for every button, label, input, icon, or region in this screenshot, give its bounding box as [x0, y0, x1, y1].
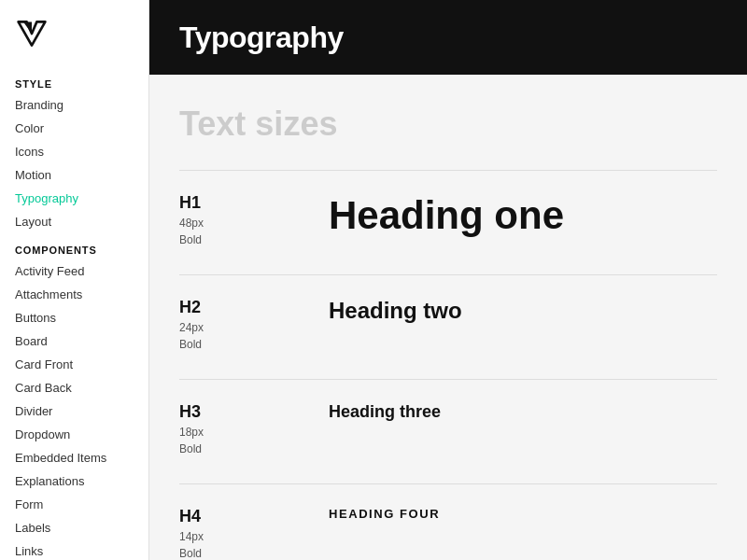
divider-h2	[179, 274, 717, 275]
type-preview-h3: Heading three	[329, 402, 717, 422]
sidebar-item-card-back[interactable]: Card Back	[0, 376, 148, 399]
type-weight-h4: Bold	[179, 545, 329, 560]
type-row-h1: H1 48px Bold Heading one	[179, 193, 717, 248]
type-size-h3: 18px	[179, 424, 329, 441]
divider-h4	[179, 483, 717, 484]
type-meta-h4: H4 14px Bold 2px letter spacing	[179, 507, 329, 560]
sidebar: STYLE Branding Color Icons Motion Typogr…	[0, 0, 149, 560]
type-preview-h2: Heading two	[329, 298, 717, 324]
logo-icon	[15, 17, 49, 50]
sidebar-item-attachments[interactable]: Attachments	[0, 283, 148, 306]
divider-h3	[179, 379, 717, 380]
type-row-h3: H3 18px Bold Heading three	[179, 402, 717, 457]
type-size-h1: 48px	[179, 215, 329, 231]
sidebar-item-branding[interactable]: Branding	[0, 93, 148, 117]
type-label-h4: H4	[179, 507, 329, 526]
style-section-label: STYLE	[0, 67, 148, 93]
page-header: Typography	[149, 0, 747, 75]
sidebar-item-form[interactable]: Form	[0, 493, 148, 516]
type-meta-h3: H3 18px Bold	[179, 402, 329, 457]
type-weight-h2: Bold	[179, 336, 329, 353]
sidebar-item-layout[interactable]: Layout	[0, 210, 148, 233]
type-size-h4: 14px	[179, 528, 329, 545]
type-meta-h2: H2 24px Bold	[179, 298, 329, 353]
sidebar-item-typography[interactable]: Typography	[0, 187, 148, 210]
sidebar-item-buttons[interactable]: Buttons	[0, 306, 148, 329]
h2-preview-text: Heading two	[329, 298, 462, 324]
section-title: Text sizes	[179, 105, 717, 144]
logo	[0, 0, 148, 67]
h1-preview-text: Heading one	[329, 193, 564, 238]
type-weight-h1: Bold	[179, 231, 329, 248]
sidebar-item-links[interactable]: Links	[0, 539, 148, 560]
sidebar-item-divider[interactable]: Divider	[0, 399, 148, 423]
type-meta-h1: H1 48px Bold	[179, 193, 329, 248]
h3-preview-text: Heading three	[329, 402, 441, 422]
type-row-h2: H2 24px Bold Heading two	[179, 298, 717, 353]
components-section-label: COMPONENTS	[0, 233, 148, 259]
type-row-h4: H4 14px Bold 2px letter spacing HEADING …	[179, 507, 717, 560]
sidebar-item-explanations[interactable]: Explanations	[0, 469, 148, 493]
sidebar-item-dropdown[interactable]: Dropdown	[0, 423, 148, 446]
sidebar-item-color[interactable]: Color	[0, 117, 148, 140]
sidebar-item-board[interactable]: Board	[0, 329, 148, 353]
type-preview-h4: HEADING FOUR	[329, 507, 717, 521]
sidebar-item-activity-feed[interactable]: Activity Feed	[0, 259, 148, 283]
sidebar-item-card-front[interactable]: Card Front	[0, 353, 148, 376]
type-label-h2: H2	[179, 298, 329, 317]
divider-h1	[179, 170, 717, 171]
sidebar-item-motion[interactable]: Motion	[0, 163, 148, 187]
type-weight-h3: Bold	[179, 441, 329, 457]
sidebar-item-icons[interactable]: Icons	[0, 140, 148, 163]
type-preview-h1: Heading one	[329, 193, 717, 238]
type-label-h3: H3	[179, 402, 329, 422]
main-content: Text sizes H1 48px Bold Heading one H2 2…	[149, 75, 747, 560]
type-size-h2: 24px	[179, 319, 329, 336]
h4-preview-text: HEADING FOUR	[329, 507, 440, 521]
page-title: Typography	[179, 21, 344, 55]
main-panel: Typography Text sizes H1 48px Bold Headi…	[149, 0, 747, 560]
sidebar-item-embedded-items[interactable]: Embedded Items	[0, 446, 148, 469]
type-label-h1: H1	[179, 193, 329, 213]
sidebar-item-labels[interactable]: Labels	[0, 516, 148, 539]
